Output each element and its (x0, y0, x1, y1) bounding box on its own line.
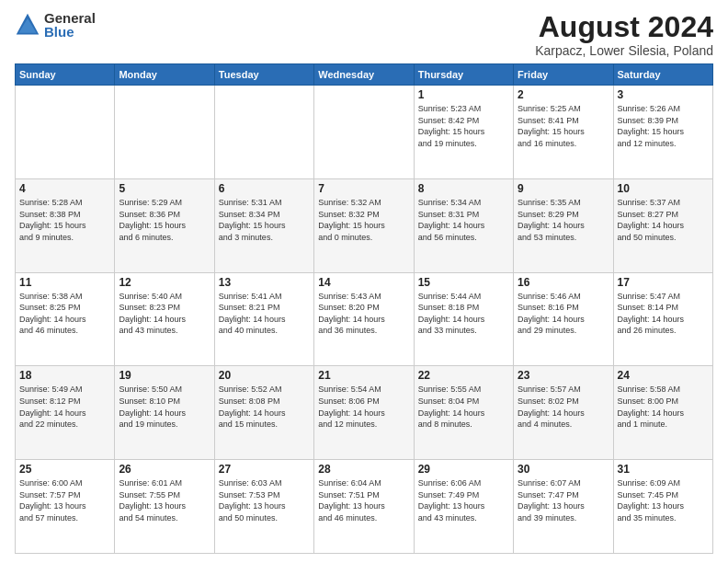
week-row-2: 4Sunrise: 5:28 AM Sunset: 8:38 PM Daylig… (16, 178, 713, 272)
day-info: Sunrise: 6:07 AM Sunset: 7:47 PM Dayligh… (518, 477, 609, 523)
weekday-header-friday: Friday (514, 64, 613, 86)
week-row-3: 11Sunrise: 5:38 AM Sunset: 8:25 PM Dayli… (16, 272, 713, 366)
day-info: Sunrise: 6:01 AM Sunset: 7:55 PM Dayligh… (119, 477, 210, 523)
day-cell: 27Sunrise: 6:03 AM Sunset: 7:53 PM Dayli… (214, 460, 313, 554)
day-info: Sunrise: 5:34 AM Sunset: 8:31 PM Dayligh… (418, 197, 509, 243)
day-cell: 11Sunrise: 5:38 AM Sunset: 8:25 PM Dayli… (16, 272, 115, 366)
day-cell: 17Sunrise: 5:47 AM Sunset: 8:14 PM Dayli… (613, 272, 712, 366)
day-number: 13 (219, 276, 310, 289)
day-number: 31 (618, 463, 709, 476)
day-info: Sunrise: 5:28 AM Sunset: 8:38 PM Dayligh… (19, 197, 110, 243)
weekday-header-sunday: Sunday (16, 64, 115, 86)
day-number: 16 (518, 276, 609, 289)
day-number: 30 (518, 463, 609, 476)
day-info: Sunrise: 6:09 AM Sunset: 7:45 PM Dayligh… (618, 477, 709, 523)
day-info: Sunrise: 6:03 AM Sunset: 7:53 PM Dayligh… (219, 477, 310, 523)
logo-text: General Blue (44, 11, 96, 39)
page: General Blue August 2024 Karpacz, Lower … (0, 0, 728, 563)
day-number: 21 (318, 369, 409, 382)
day-info: Sunrise: 6:00 AM Sunset: 7:57 PM Dayligh… (19, 477, 110, 523)
week-row-4: 18Sunrise: 5:49 AM Sunset: 8:12 PM Dayli… (16, 366, 713, 460)
day-cell: 30Sunrise: 6:07 AM Sunset: 7:47 PM Dayli… (514, 460, 613, 554)
day-number: 7 (318, 182, 409, 195)
day-info: Sunrise: 5:38 AM Sunset: 8:25 PM Dayligh… (19, 291, 110, 337)
day-number: 10 (618, 182, 709, 195)
day-cell: 23Sunrise: 5:57 AM Sunset: 8:02 PM Dayli… (514, 366, 613, 460)
day-cell: 7Sunrise: 5:32 AM Sunset: 8:32 PM Daylig… (314, 178, 414, 272)
weekday-header-saturday: Saturday (613, 64, 712, 86)
day-number: 2 (518, 88, 609, 101)
title-block: August 2024 Karpacz, Lower Silesia, Pola… (535, 11, 713, 58)
day-number: 25 (19, 463, 110, 476)
day-number: 23 (518, 369, 609, 382)
day-info: Sunrise: 5:43 AM Sunset: 8:20 PM Dayligh… (318, 291, 409, 337)
day-number: 29 (418, 463, 509, 476)
day-number: 19 (119, 369, 210, 382)
day-info: Sunrise: 5:32 AM Sunset: 8:32 PM Dayligh… (318, 197, 409, 243)
day-info: Sunrise: 5:35 AM Sunset: 8:29 PM Dayligh… (518, 197, 609, 243)
day-info: Sunrise: 5:44 AM Sunset: 8:18 PM Dayligh… (418, 291, 509, 337)
day-info: Sunrise: 5:54 AM Sunset: 8:06 PM Dayligh… (318, 384, 409, 430)
day-number: 8 (418, 182, 509, 195)
day-info: Sunrise: 5:23 AM Sunset: 8:42 PM Dayligh… (418, 103, 509, 149)
weekday-header-wednesday: Wednesday (314, 64, 414, 86)
day-cell: 25Sunrise: 6:00 AM Sunset: 7:57 PM Dayli… (16, 460, 115, 554)
day-cell: 13Sunrise: 5:41 AM Sunset: 8:21 PM Dayli… (214, 272, 313, 366)
day-cell: 1Sunrise: 5:23 AM Sunset: 8:42 PM Daylig… (414, 86, 513, 179)
subtitle: Karpacz, Lower Silesia, Poland (535, 43, 713, 58)
day-info: Sunrise: 5:58 AM Sunset: 8:00 PM Dayligh… (618, 384, 709, 430)
day-info: Sunrise: 5:52 AM Sunset: 8:08 PM Dayligh… (219, 384, 310, 430)
day-number: 4 (19, 182, 110, 195)
header: General Blue August 2024 Karpacz, Lower … (15, 11, 713, 58)
day-info: Sunrise: 5:47 AM Sunset: 8:14 PM Dayligh… (618, 291, 709, 337)
day-number: 28 (318, 463, 409, 476)
day-cell (16, 86, 115, 179)
day-info: Sunrise: 5:46 AM Sunset: 8:16 PM Dayligh… (518, 291, 609, 337)
weekday-header-tuesday: Tuesday (214, 64, 313, 86)
day-info: Sunrise: 6:06 AM Sunset: 7:49 PM Dayligh… (418, 477, 509, 523)
day-cell: 6Sunrise: 5:31 AM Sunset: 8:34 PM Daylig… (214, 178, 313, 272)
day-cell: 5Sunrise: 5:29 AM Sunset: 8:36 PM Daylig… (115, 178, 214, 272)
day-number: 6 (219, 182, 310, 195)
logo-blue-text: Blue (44, 25, 96, 39)
day-cell: 4Sunrise: 5:28 AM Sunset: 8:38 PM Daylig… (16, 178, 115, 272)
day-number: 11 (19, 276, 110, 289)
day-number: 17 (618, 276, 709, 289)
day-number: 9 (518, 182, 609, 195)
logo: General Blue (15, 11, 96, 39)
day-number: 26 (119, 463, 210, 476)
day-number: 27 (219, 463, 310, 476)
day-cell: 14Sunrise: 5:43 AM Sunset: 8:20 PM Dayli… (314, 272, 414, 366)
day-info: Sunrise: 5:50 AM Sunset: 8:10 PM Dayligh… (119, 384, 210, 430)
day-info: Sunrise: 6:04 AM Sunset: 7:51 PM Dayligh… (318, 477, 409, 523)
day-number: 1 (418, 88, 509, 101)
day-number: 3 (618, 88, 709, 101)
calendar-table: SundayMondayTuesdayWednesdayThursdayFrid… (15, 63, 713, 554)
day-info: Sunrise: 5:49 AM Sunset: 8:12 PM Dayligh… (19, 384, 110, 430)
logo-general-text: General (44, 11, 96, 25)
main-title: August 2024 (535, 11, 713, 43)
day-info: Sunrise: 5:37 AM Sunset: 8:27 PM Dayligh… (618, 197, 709, 243)
weekday-header-thursday: Thursday (414, 64, 513, 86)
day-info: Sunrise: 5:25 AM Sunset: 8:41 PM Dayligh… (518, 103, 609, 149)
day-info: Sunrise: 5:26 AM Sunset: 8:39 PM Dayligh… (618, 103, 709, 149)
day-cell: 26Sunrise: 6:01 AM Sunset: 7:55 PM Dayli… (115, 460, 214, 554)
day-cell: 2Sunrise: 5:25 AM Sunset: 8:41 PM Daylig… (514, 86, 613, 179)
weekday-header-monday: Monday (115, 64, 214, 86)
day-cell: 10Sunrise: 5:37 AM Sunset: 8:27 PM Dayli… (613, 178, 712, 272)
logo-icon (15, 12, 40, 38)
day-number: 12 (119, 276, 210, 289)
day-number: 5 (119, 182, 210, 195)
day-cell (214, 86, 313, 179)
day-cell: 18Sunrise: 5:49 AM Sunset: 8:12 PM Dayli… (16, 366, 115, 460)
day-cell: 12Sunrise: 5:40 AM Sunset: 8:23 PM Dayli… (115, 272, 214, 366)
header-row: SundayMondayTuesdayWednesdayThursdayFrid… (16, 64, 713, 86)
day-cell: 9Sunrise: 5:35 AM Sunset: 8:29 PM Daylig… (514, 178, 613, 272)
week-row-5: 25Sunrise: 6:00 AM Sunset: 7:57 PM Dayli… (16, 460, 713, 554)
day-cell (314, 86, 414, 179)
day-number: 20 (219, 369, 310, 382)
day-cell: 28Sunrise: 6:04 AM Sunset: 7:51 PM Dayli… (314, 460, 414, 554)
day-number: 15 (418, 276, 509, 289)
day-number: 14 (318, 276, 409, 289)
day-cell: 20Sunrise: 5:52 AM Sunset: 8:08 PM Dayli… (214, 366, 313, 460)
